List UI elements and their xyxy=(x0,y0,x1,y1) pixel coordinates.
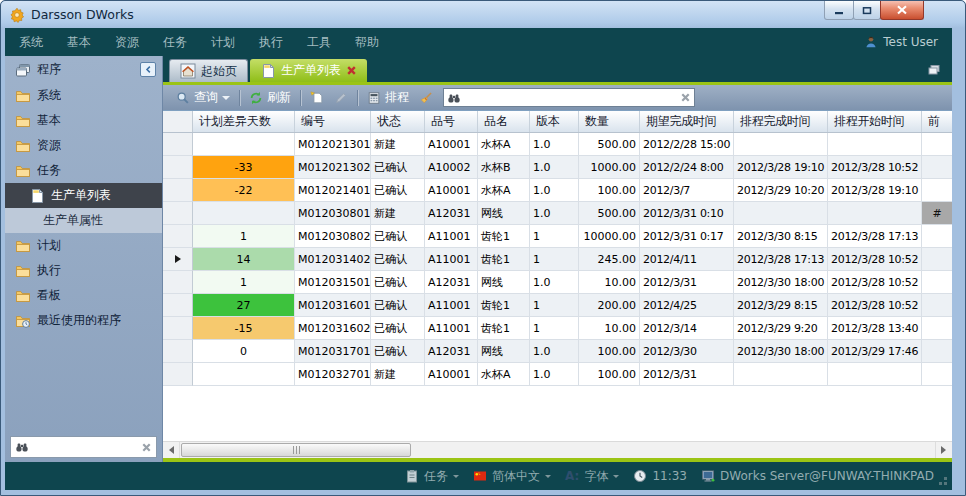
cell-qty[interactable]: 200.00 xyxy=(579,294,640,317)
table-row[interactable]: -33M012021302已确认A10002水杯B1.01000.002012/… xyxy=(163,156,952,179)
cell-extra[interactable] xyxy=(922,133,952,156)
cell-item-no[interactable]: A10001 xyxy=(425,133,478,156)
cell-order-no[interactable]: M012021301 xyxy=(295,133,371,156)
cell-qty[interactable]: 10000.00 xyxy=(579,225,640,248)
sidebar-item[interactable]: 资源 xyxy=(5,133,162,158)
cell-sched-finish[interactable] xyxy=(734,363,828,386)
cell-order-no[interactable]: M012021302 xyxy=(295,156,371,179)
cell-extra[interactable] xyxy=(922,271,952,294)
column-header-sched-start[interactable]: 排程开始时间 xyxy=(828,111,922,132)
menu-item[interactable]: 工具 xyxy=(307,35,331,49)
cell-sched-start[interactable] xyxy=(828,363,922,386)
cell-sched-finish[interactable]: 2012/3/29 8:15 xyxy=(734,294,828,317)
cell-version[interactable]: 1 xyxy=(530,317,579,340)
new-button[interactable] xyxy=(305,87,329,108)
cell-item-no[interactable]: A12031 xyxy=(425,340,478,363)
cell-status[interactable]: 新建 xyxy=(371,133,425,156)
cell-item-name[interactable]: 水杯A xyxy=(478,133,530,156)
cell-expected-finish[interactable]: 2012/2/28 15:00 xyxy=(640,133,734,156)
cell-extra[interactable] xyxy=(922,156,952,179)
cell-status[interactable]: 新建 xyxy=(371,202,425,225)
user-badge[interactable]: Test User xyxy=(864,35,938,49)
column-header-extra[interactable]: 前 xyxy=(922,111,952,132)
cell-version[interactable]: 1.0 xyxy=(530,271,579,294)
cell-diff-days[interactable]: -15 xyxy=(193,317,295,340)
cell-status[interactable]: 已确认 xyxy=(371,317,425,340)
cell-sched-start[interactable] xyxy=(828,202,922,225)
cell-version[interactable]: 1 xyxy=(530,294,579,317)
cell-qty[interactable]: 100.00 xyxy=(579,340,640,363)
horizontal-scrollbar[interactable] xyxy=(163,441,952,458)
table-row[interactable]: M012032701新建A10001水杯A1.0100.002012/3/31 xyxy=(163,363,952,386)
cell-sched-finish[interactable]: 2012/3/30 18:00 xyxy=(734,340,828,363)
column-header-diff-days[interactable]: 计划差异天数 xyxy=(193,111,295,132)
cell-expected-finish[interactable]: 2012/4/11 xyxy=(640,248,734,271)
cell-qty[interactable]: 500.00 xyxy=(579,133,640,156)
sidebar-item[interactable]: 执行 xyxy=(5,258,162,283)
cell-version[interactable]: 1.0 xyxy=(530,340,579,363)
cell-diff-days[interactable]: -22 xyxy=(193,179,295,202)
query-button[interactable]: 查询 xyxy=(171,87,235,108)
cell-item-no[interactable]: A12031 xyxy=(425,202,478,225)
cell-order-no[interactable]: M012030801 xyxy=(295,202,371,225)
cell-item-name[interactable]: 齿轮1 xyxy=(478,225,530,248)
cell-item-no[interactable]: A11001 xyxy=(425,317,478,340)
cell-version[interactable]: 1.0 xyxy=(530,202,579,225)
refresh-button[interactable]: 刷新 xyxy=(244,87,296,108)
cell-item-no[interactable]: A10001 xyxy=(425,363,478,386)
cell-item-name[interactable]: 网线 xyxy=(478,202,530,225)
edit-button[interactable] xyxy=(329,87,353,108)
cell-sched-start[interactable]: 2012/3/28 19:10 xyxy=(828,179,922,202)
sidebar-item[interactable]: 看板 xyxy=(5,283,162,308)
column-header-order-no[interactable]: 编号 xyxy=(295,111,371,132)
cell-expected-finish[interactable]: 2012/3/31 xyxy=(640,363,734,386)
cell-sched-finish[interactable]: 2012/3/28 17:13 xyxy=(734,248,828,271)
cell-version[interactable]: 1.0 xyxy=(530,156,579,179)
column-header-expected-finish[interactable]: 期望完成时间 xyxy=(640,111,734,132)
clear-search-icon[interactable] xyxy=(141,442,152,453)
cell-extra[interactable] xyxy=(922,225,952,248)
cell-diff-days[interactable] xyxy=(193,202,295,225)
cell-order-no[interactable]: M012031402 xyxy=(295,248,371,271)
cell-version[interactable]: 1.0 xyxy=(530,133,579,156)
cell-sched-finish[interactable]: 2012/3/30 18:00 xyxy=(734,271,828,294)
cell-sched-start[interactable]: 2012/3/28 17:13 xyxy=(828,225,922,248)
table-row[interactable]: 27M012031601已确认A11001齿轮11200.002012/4/25… xyxy=(163,294,952,317)
sidebar-item[interactable]: 生产单属性 xyxy=(5,208,162,233)
cell-sched-start[interactable]: 2012/3/28 13:40 xyxy=(828,317,922,340)
scrollbar-thumb[interactable] xyxy=(181,443,411,457)
status-font-dropdown[interactable]: A: 字体 xyxy=(565,468,619,485)
cell-qty[interactable]: 10.00 xyxy=(579,271,640,294)
menu-item[interactable]: 任务 xyxy=(163,35,187,49)
cell-sched-start[interactable]: 2012/3/28 10:52 xyxy=(828,294,922,317)
status-language-dropdown[interactable]: 简体中文 xyxy=(473,468,551,485)
cell-diff-days[interactable]: 1 xyxy=(193,225,295,248)
cell-qty[interactable]: 100.00 xyxy=(579,179,640,202)
schedule-button[interactable]: 排程 xyxy=(362,87,414,108)
cell-sched-finish[interactable]: 2012/3/30 8:15 xyxy=(734,225,828,248)
column-header-item-no[interactable]: 品号 xyxy=(425,111,478,132)
cell-item-name[interactable]: 水杯A xyxy=(478,179,530,202)
cell-diff-days[interactable] xyxy=(193,133,295,156)
cell-sched-finish[interactable]: 2012/3/29 9:20 xyxy=(734,317,828,340)
cell-expected-finish[interactable]: 2012/3/7 xyxy=(640,179,734,202)
tab-production-order-list[interactable]: 生产单列表 xyxy=(250,59,367,82)
cell-sched-finish[interactable] xyxy=(734,202,828,225)
cell-diff-days[interactable]: 1 xyxy=(193,271,295,294)
menu-item[interactable]: 帮助 xyxy=(355,35,379,49)
column-header-item-name[interactable]: 品名 xyxy=(478,111,530,132)
close-tab-icon[interactable] xyxy=(346,65,357,76)
cell-status[interactable]: 已确认 xyxy=(371,294,425,317)
sidebar-collapse-button[interactable] xyxy=(140,62,156,77)
cell-qty[interactable]: 100.00 xyxy=(579,363,640,386)
cell-version[interactable]: 1.0 xyxy=(530,179,579,202)
column-header-qty[interactable]: 数量 xyxy=(579,111,640,132)
cell-version[interactable]: 1 xyxy=(530,248,579,271)
cell-extra[interactable] xyxy=(922,363,952,386)
cell-qty[interactable]: 1000.00 xyxy=(579,156,640,179)
cell-extra[interactable] xyxy=(922,248,952,271)
cell-order-no[interactable]: M012021401 xyxy=(295,179,371,202)
cell-status[interactable]: 已确认 xyxy=(371,340,425,363)
cell-item-name[interactable]: 齿轮1 xyxy=(478,294,530,317)
windows-icon[interactable] xyxy=(926,61,942,77)
